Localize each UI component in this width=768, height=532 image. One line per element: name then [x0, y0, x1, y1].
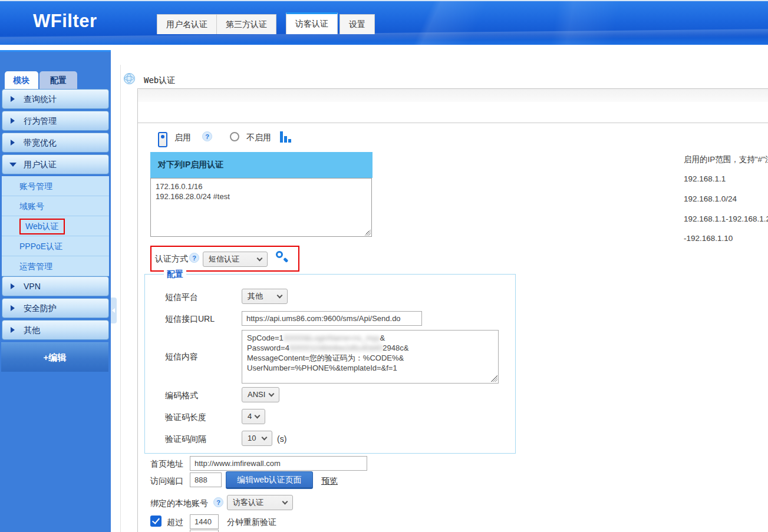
panel-top-strip	[138, 89, 768, 102]
chevron-right-icon	[11, 118, 15, 124]
content-left-border	[120, 65, 121, 532]
sidebar-item-bandwidth[interactable]: 带宽优化	[2, 133, 109, 153]
code-length-value: 4	[248, 412, 252, 421]
chevron-down-icon	[9, 163, 17, 167]
sidebar-item-pppoe-auth[interactable]: PPPoE认证	[2, 236, 109, 256]
encoding-label: 编码格式	[165, 391, 198, 401]
tab-settings[interactable]: 设置	[339, 14, 375, 34]
tab-guest-auth[interactable]: 访客认证	[286, 12, 338, 34]
ip-range-textarea[interactable]: 172.16.0.1/16 192.168.28.0/24 #test	[150, 178, 372, 237]
sidebar-item-query-stats[interactable]: 查询统计	[2, 89, 109, 109]
sms-url-label: 短信接口URL	[165, 314, 215, 325]
sidebar-item-account-mgmt[interactable]: 账号管理	[2, 176, 109, 196]
sidebar-nav: 查询统计 行为管理 带宽优化 用户认证 账号管理 域账号 Web认证	[0, 89, 111, 342]
port-input[interactable]	[190, 472, 222, 487]
search-icon[interactable]	[275, 250, 288, 263]
sidebar-item-label: 域账号	[19, 201, 44, 211]
sidebar-gap	[111, 50, 121, 532]
timeout-checkbox[interactable]	[150, 516, 161, 527]
code-interval-unit: (s)	[277, 434, 286, 444]
bind-account-select[interactable]: 访客认证	[227, 495, 293, 510]
sidebar-item-web-auth[interactable]: Web认证	[2, 216, 109, 236]
code-length-label: 验证码长度	[165, 412, 206, 423]
bind-account-label: 绑定的本地账号	[150, 498, 208, 509]
home-page-label: 首页地址	[150, 459, 183, 470]
help-line: 192.168.1.0/24	[684, 194, 737, 203]
config-legend[interactable]: 配置	[164, 269, 186, 280]
enable-help-icon[interactable]: ?	[202, 131, 212, 141]
chevron-down-icon	[277, 293, 283, 299]
tab-username-auth[interactable]: 用户名认证	[157, 14, 217, 34]
home-page-input[interactable]	[190, 456, 367, 471]
sidebar-item-operation-mgmt[interactable]: 运营管理	[2, 256, 109, 276]
sidebar-item-user-auth[interactable]: 用户认证	[2, 154, 109, 174]
disable-label: 不启用	[246, 133, 271, 143]
sidebar-item-label: PPPoE认证	[19, 242, 62, 251]
sms-platform-value: 其他	[248, 292, 263, 300]
tab-thirdparty-auth[interactable]: 第三方认证	[216, 14, 276, 34]
sidebar: 模块 配置 查询统计 行为管理 带宽优化 用户认证 账号管理	[0, 50, 111, 532]
sms-content-label: 短信内容	[165, 352, 198, 362]
chevron-down-icon	[255, 413, 261, 419]
partial-bottom-input[interactable]	[190, 530, 219, 532]
sidebar-tab-config[interactable]: 配置	[39, 71, 77, 90]
disable-radio[interactable]	[230, 132, 239, 141]
chevron-right-icon	[11, 140, 15, 146]
sidebar-item-vpn[interactable]: VPN	[2, 276, 109, 296]
sidebar-item-behavior[interactable]: 行为管理	[2, 111, 109, 131]
auth-method-help-icon[interactable]: ?	[189, 253, 199, 263]
sidebar-collapse-handle[interactable]	[111, 298, 117, 323]
sms-url-input[interactable]	[242, 311, 422, 326]
redacted-text: 50000104844be2d5c40d40	[289, 343, 383, 352]
sidebar-item-label: 用户认证	[24, 160, 57, 169]
web-auth-highlight-box: Web认证	[19, 219, 65, 234]
auth-method-select[interactable]: 短信认证	[203, 252, 268, 267]
bind-account-help-icon[interactable]: ?	[213, 497, 223, 507]
app-header: WFilter	[0, 0, 768, 45]
stats-chart-icon[interactable]	[280, 131, 292, 143]
sidebar-item-label: 行为管理	[24, 116, 57, 125]
sidebar-item-others[interactable]: 其他	[2, 320, 109, 340]
edit-modules-button[interactable]: +编辑	[1, 342, 108, 372]
help-line: 启用的IP范围，支持"#"注释	[684, 154, 768, 165]
page-title: Web认证	[144, 75, 175, 86]
preview-link[interactable]: 预览	[321, 476, 338, 487]
enable-radio[interactable]	[158, 132, 167, 147]
code-interval-select[interactable]: 10	[242, 431, 272, 446]
ip-panel-header: 对下列IP启用认证	[150, 152, 373, 178]
chevron-right-icon	[11, 283, 15, 289]
globe-icon	[124, 73, 135, 84]
sms-platform-select[interactable]: 其他	[242, 289, 288, 304]
chevron-down-icon	[269, 391, 275, 397]
sms-content-textarea[interactable]: SpCode=133333&LoginName=ns_myy& Password…	[242, 330, 499, 384]
sidebar-item-label: 其他	[24, 325, 40, 335]
encoding-value: ANSI	[248, 390, 265, 399]
sidebar-item-label: 账号管理	[19, 181, 52, 191]
chevron-down-icon	[282, 499, 288, 505]
chevron-right-icon	[11, 96, 15, 102]
timeout-prefix: 超过	[167, 517, 183, 528]
code-interval-value: 10	[248, 434, 256, 442]
timeout-minutes-input[interactable]	[190, 514, 219, 529]
code-length-select[interactable]: 4	[242, 409, 265, 424]
sidebar-item-label: 带宽优化	[24, 138, 57, 147]
sidebar-item-domain-account[interactable]: 域账号	[2, 196, 109, 216]
sidebar-tab-modules[interactable]: 模块	[5, 71, 38, 90]
sms-content-line: SpCode=133333&LoginName=ns_myy&	[247, 333, 493, 343]
edit-web-auth-page-button[interactable]: 编辑web认证页面	[226, 471, 313, 489]
port-label: 访问端口	[150, 476, 183, 487]
sms-platform-label: 短信平台	[165, 292, 198, 303]
sidebar-item-label: 查询统计	[24, 94, 57, 104]
chevron-down-icon	[262, 435, 268, 441]
help-line: 192.168.1.1-192.168.1.254	[684, 214, 768, 223]
chevron-right-icon	[11, 327, 15, 333]
sms-content-line: UserNumber=%PHONE%&templateId=&f=1	[247, 363, 493, 373]
encoding-select[interactable]: ANSI	[242, 387, 279, 402]
auth-method-value: 短信认证	[209, 255, 239, 263]
bind-account-value: 访客认证	[233, 498, 263, 507]
sidebar-item-label: 安全防护	[24, 303, 57, 313]
chevron-down-icon	[257, 256, 263, 262]
sidebar-item-label: 运营管理	[19, 262, 52, 271]
wfilter-app: WFilter 模块 配置 查询统计 行为管理 带宽优化 用户认证 账号管理	[0, 0, 768, 532]
sidebar-item-security[interactable]: 安全防护	[2, 298, 109, 318]
